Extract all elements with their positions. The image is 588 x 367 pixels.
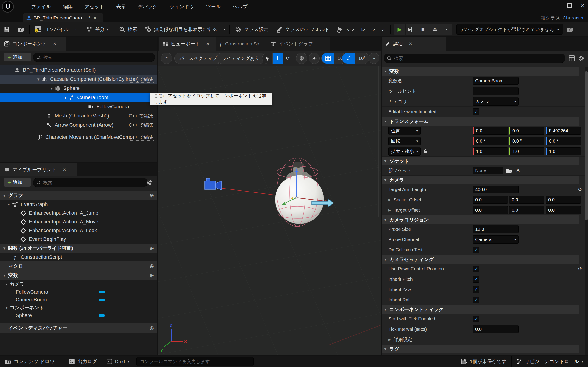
expander-icon[interactable]: ▶ <box>389 338 391 341</box>
variable-type-pill[interactable] <box>99 291 105 293</box>
asset-tab[interactable]: BP_ThirdPersonChara... * ✕ <box>23 13 103 23</box>
perspective-dropdown[interactable]: パースペクティブ <box>174 53 222 64</box>
variable-category-コンポーネント[interactable]: ▼コンポーネント <box>0 303 157 312</box>
component-tree-item-character-movement-charmovecomp[interactable]: Character Movement (CharMoveComp)C++ で編集 <box>0 133 157 142</box>
unreal-logo-icon[interactable]: U <box>2 1 14 13</box>
expander-icon[interactable]: ▶ <box>389 208 391 212</box>
select-tool[interactable] <box>262 53 273 64</box>
expander-icon[interactable]: ▼ <box>381 178 389 182</box>
details-tab[interactable]: 詳細 ✕ <box>381 37 446 51</box>
stop-button[interactable]: ■ <box>417 24 429 35</box>
variable-category-カメラ[interactable]: ▼カメラ <box>0 280 157 289</box>
cmd-dropdown[interactable]: Cmd▾ <box>102 356 134 367</box>
my-blueprint-item-enhancedinputaction-ia-move[interactable]: EnhancedInputAction IA_Move <box>0 217 157 226</box>
row-2-dropdown[interactable]: カメラ▾ <box>473 97 519 106</box>
toolbar-overflow-icon[interactable]: » <box>369 53 379 64</box>
component-tree-item-followcamera[interactable]: FollowCamera <box>0 102 157 111</box>
details-section-row-6[interactable]: ▼コンポーネントティック <box>381 305 579 314</box>
hide-unrelated-options-icon[interactable]: ⋮ <box>221 27 228 32</box>
expander-icon[interactable]: ▼ <box>381 159 389 163</box>
do-collision-test-checkbox[interactable]: ✓ <box>473 247 479 253</box>
world-local-toggle-icon[interactable] <box>296 53 307 64</box>
view-mode-dropdown[interactable]: ライティングあり <box>216 53 265 64</box>
add-icon[interactable]: ⊕ <box>149 272 154 279</box>
my-blueprint-section-header[interactable]: イベントディスパッチャー⊕ <box>0 323 157 333</box>
transform-axis-dropdown[interactable]: 拡大・縮小▾ <box>389 147 421 156</box>
asset-tab-close-icon[interactable]: ✕ <box>93 15 97 21</box>
expander-icon[interactable]: ▼ <box>381 218 389 222</box>
my-blueprint-item-eventgraph[interactable]: ▼EventGraph <box>0 200 157 209</box>
inherit-yaw-checkbox[interactable]: ✓ <box>473 286 479 293</box>
add-icon[interactable]: ⊕ <box>149 263 154 269</box>
component-tree-item-cameraboom[interactable]: ▼CameraBoom <box>0 93 157 102</box>
parent-class-link[interactable]: Character <box>563 15 584 20</box>
menu-ヘルプ[interactable]: ヘルプ <box>227 0 253 13</box>
row-2-x-field[interactable]: 1.0 <box>473 148 508 155</box>
variable-followcamera[interactable]: FollowCamera <box>0 288 157 296</box>
class-defaults-button[interactable]: クラスのデフォルト <box>272 23 333 36</box>
row-1-x-field[interactable]: 0.0 ° <box>473 137 508 145</box>
edit-in-cpp-link[interactable]: C++ で編集 <box>129 134 154 141</box>
reset-to-default-icon[interactable]: ↺ <box>578 186 582 192</box>
expander-icon[interactable]: ▼ <box>0 194 8 198</box>
output-log-button[interactable]: 出力ログ <box>64 356 102 367</box>
variable-cameraboom[interactable]: CameraBoom <box>0 295 157 304</box>
parent-socket-value[interactable]: None <box>473 167 503 174</box>
expander-icon[interactable]: ▼ <box>381 308 389 311</box>
variable-sphere[interactable]: Sphere <box>0 311 157 320</box>
row-2-y-field[interactable]: 1.0 <box>509 148 544 155</box>
viewport-3d-scene[interactable]: Z Y X <box>158 66 380 355</box>
add-icon[interactable]: ⊕ <box>149 245 154 252</box>
expander-icon[interactable]: ▼ <box>0 273 8 277</box>
probe-size-input[interactable]: 12.0 <box>473 225 519 233</box>
simulation-button[interactable]: シミュレーション <box>333 23 389 36</box>
diff-button[interactable]: 差分▾ <box>82 23 112 36</box>
find-button[interactable]: 検索 <box>115 23 141 36</box>
variable-type-pill[interactable] <box>99 299 105 301</box>
components-search-input[interactable]: 検索 <box>33 53 155 62</box>
details-section-row-2[interactable]: ▼ソケット <box>381 157 579 165</box>
content-drawer-button[interactable]: コンテンツ ドロワー <box>0 356 64 367</box>
my-blueprint-section-header[interactable]: マクロ⊕ <box>0 261 157 271</box>
details-section-row-0[interactable]: ▼変数 <box>381 67 579 76</box>
tab-event-graph[interactable]: イベントグラフ <box>267 37 330 51</box>
row-1-y-field[interactable]: 0.0 ° <box>509 137 544 145</box>
menu-ツール[interactable]: ツール <box>200 0 227 13</box>
details-search-input[interactable]: 検索 <box>384 54 565 63</box>
component-tree-item-sphere[interactable]: ▼Sphere <box>0 84 157 93</box>
row-0-z-field[interactable]: 8.492264 <box>546 127 581 135</box>
details-scroll-thumb[interactable] <box>585 71 588 220</box>
edit-in-cpp-link[interactable]: C++ で編集 <box>129 113 154 119</box>
menu-編集[interactable]: 編集 <box>57 0 78 13</box>
unsaved-status[interactable]: * 1個が未保存です <box>456 356 511 367</box>
frame-skip-button[interactable]: ▶▏ <box>406 24 417 35</box>
details-section-row-4[interactable]: ▼カメラコリジョン <box>381 215 579 224</box>
expander-icon[interactable]: ▼ <box>0 246 8 250</box>
components-tab-close-icon[interactable]: ✕ <box>53 41 57 47</box>
debug-browse-button[interactable] <box>563 23 577 36</box>
edit-in-cpp-link[interactable]: C++ で編集 <box>129 122 154 128</box>
target-offset-z-field[interactable]: 0.0 <box>546 206 581 214</box>
inherit-pitch-checkbox[interactable]: ✓ <box>473 276 479 283</box>
component-tree-item-capsule-component-collisioncylinder[interactable]: ▼Capsule Component (CollisionCylinder)C+… <box>0 75 157 84</box>
probe-channel-dropdown[interactable]: Camera▾ <box>473 235 519 244</box>
menu-デバッグ[interactable]: デバッグ <box>132 0 164 13</box>
socket-offset-x-field[interactable]: 0.0 <box>473 196 508 204</box>
debug-object-dropdown[interactable]: デバッグオブジェクトが選択されていません▾ <box>456 24 563 35</box>
my-blueprint-item-enhancedinputaction-ia-jump[interactable]: EnhancedInputAction IA_Jump <box>0 209 157 217</box>
move-tool[interactable]: ✛ <box>273 53 283 64</box>
expander-icon[interactable]: ▼ <box>381 69 389 73</box>
details-settings-gear-icon[interactable] <box>578 55 585 61</box>
details-section-row-7[interactable]: ▼ラグ <box>381 345 579 353</box>
row-0-y-field[interactable]: 0.0 <box>509 127 544 135</box>
component-tree-item-mesh-charactermesh0[interactable]: Mesh (CharacterMesh0)C++ で編集 <box>0 111 157 120</box>
row-1-input[interactable] <box>473 87 519 95</box>
viewport-scrollbar[interactable] <box>378 66 380 217</box>
rotation-snap-control[interactable]: 10° <box>342 53 369 64</box>
maximize-icon[interactable] <box>567 3 572 8</box>
target-offset-x-field[interactable]: 0.0 <box>473 206 508 214</box>
expander-icon[interactable]: ▼ <box>62 96 69 100</box>
compile-options-icon[interactable]: ⋮ <box>72 27 79 32</box>
menu-アセット[interactable]: アセット <box>78 0 110 13</box>
details-section-row-5[interactable]: ▼カメラセッティング <box>381 255 579 264</box>
